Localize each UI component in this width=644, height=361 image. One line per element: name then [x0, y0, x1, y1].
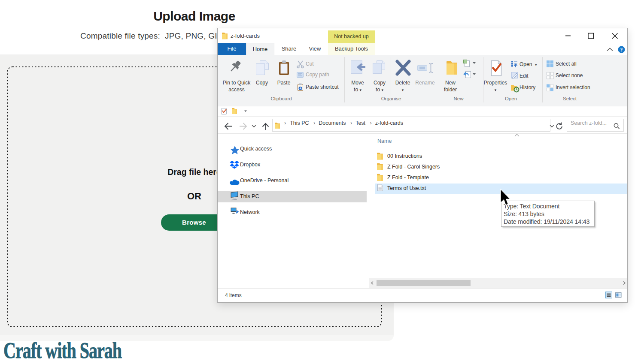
- svg-text:?: ?: [620, 47, 623, 52]
